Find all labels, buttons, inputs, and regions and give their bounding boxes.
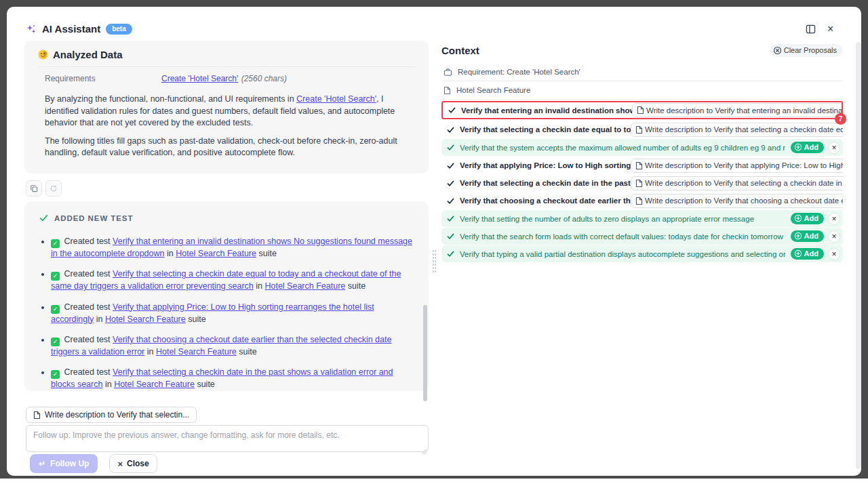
highlight-annotation: Verify that entering an invalid destinat… [441, 101, 843, 119]
check-icon [448, 106, 456, 114]
proposal-row-accepted: Verify that setting the number of adults… [441, 210, 843, 227]
check-emoji: ✓ [51, 239, 60, 248]
requirements-label: Requirements [45, 74, 161, 83]
check-icon [447, 232, 454, 240]
proposal-title: Verify that selecting a checkin date equ… [460, 125, 631, 134]
panel-toggle-icon[interactable] [806, 24, 816, 34]
clear-proposals-button[interactable]: Clear Proposals [770, 44, 843, 57]
proposal-row: Verify that entering an invalid destinat… [443, 102, 842, 118]
left-scrollbar-thumb[interactable] [423, 305, 427, 401]
proposal-title: Verify that selecting a checkin date in … [460, 179, 631, 187]
dismiss-icon[interactable]: × [828, 142, 840, 154]
analysis-paragraph-1: By analyzing the functional, non-functio… [45, 94, 408, 129]
requirement-link-inline[interactable]: Create 'Hotel Search' [296, 94, 376, 104]
check-emoji: ✓ [51, 338, 60, 346]
suite-link[interactable]: Hotel Search Feature [156, 347, 237, 357]
write-description-chip[interactable]: Write description to Verify that selecti… [631, 123, 843, 137]
proposal-row: Verify that selecting a checkin date equ… [441, 121, 843, 138]
resize-handle[interactable] [421, 445, 427, 451]
analyzed-data-heading: Analyzed Data [38, 49, 415, 60]
follow-up-button[interactable]: ↵ Follow Up [30, 454, 98, 473]
close-icon: × [117, 460, 123, 468]
check-icon [39, 214, 48, 222]
sparkles-icon [26, 24, 37, 35]
dismiss-icon[interactable]: × [828, 213, 840, 225]
proposal-title: Verify that applying Price: Low to High … [460, 161, 631, 169]
add-button[interactable]: Add [791, 142, 824, 153]
dismiss-icon[interactable]: × [828, 230, 840, 243]
char-count: (2560 chars) [239, 74, 287, 83]
file-icon [635, 197, 643, 205]
write-description-chip[interactable]: Write description to Verify that choosin… [631, 194, 843, 208]
context-panel: Context Clear Proposals Requirement: Cre… [441, 42, 843, 263]
add-button[interactable]: Add [791, 230, 824, 242]
suite-link[interactable]: Hotel Search Feature [264, 281, 345, 291]
proposal-row-accepted: Verify that the system accepts the maxim… [441, 139, 843, 156]
dismiss-icon[interactable]: × [828, 248, 840, 260]
proposal-row-accepted: Verify that the search form loads with c… [441, 228, 843, 245]
context-feature-row[interactable]: Hotel Search Feature [441, 81, 843, 100]
suite-link[interactable]: Hotel Search Feature [176, 249, 256, 258]
proposal-row: Verify that selecting a checkin date in … [441, 174, 843, 192]
analyzed-data-card: Analyzed Data Requirements Create 'Hotel… [24, 41, 429, 174]
proposal-row-accepted: Verify that typing a valid partial desti… [441, 245, 843, 262]
check-icon [447, 197, 454, 205]
write-description-chip[interactable]: Write description to Verify that enterin… [632, 103, 842, 117]
circle-plus-icon [794, 143, 802, 151]
copy-icon[interactable] [26, 180, 42, 197]
proposal-row: Verify that applying Price: Low to High … [441, 157, 843, 174]
close-icon[interactable]: × [827, 24, 833, 35]
panel-header: AI Assistant beta [26, 23, 132, 35]
requirement-link[interactable]: Create 'Hotel Search' [161, 74, 238, 83]
list-item: ✓ Created test Verify that selecting a c… [51, 367, 419, 390]
analysis-paragraph-2: The following titles fill gaps such as p… [45, 136, 408, 159]
file-icon [635, 179, 643, 188]
write-description-chip[interactable]: Write description to Verify that applyin… [631, 159, 843, 173]
suite-link[interactable]: Hotel Search Feature [105, 314, 186, 324]
close-button[interactable]: × Close [109, 454, 157, 473]
check-icon [447, 215, 454, 222]
context-title: Context [441, 45, 479, 56]
requirements-row: Requirements Create 'Hotel Search' (2560… [38, 66, 415, 87]
briefcase-icon [443, 68, 452, 77]
suite-link[interactable]: Hotel Search Feature [114, 380, 195, 389]
file-icon [637, 106, 644, 115]
file-icon [443, 86, 451, 95]
proposal-title: Verify that choosing a checkout date ear… [460, 197, 631, 205]
added-new-test-card: ADDED NEW TEST ✓ Created test Verify tha… [24, 201, 429, 391]
write-description-chip[interactable]: Write description to Verify that selecti… [26, 407, 197, 423]
circle-plus-icon [794, 214, 802, 222]
follow-up-input[interactable] [26, 425, 429, 452]
proposal-row: Verify that choosing a checkout date ear… [441, 192, 843, 209]
check-emoji: ✓ [51, 272, 60, 281]
check-emoji: ✓ [51, 370, 60, 379]
check-icon [447, 180, 454, 187]
file-icon [635, 125, 643, 134]
message-actions [26, 180, 62, 197]
add-button[interactable]: Add [791, 213, 824, 224]
proposals-list: Verify that entering an invalid destinat… [441, 101, 843, 262]
check-icon [447, 126, 454, 134]
right-scrollbar[interactable] [856, 42, 861, 469]
file-icon [635, 161, 643, 170]
ai-assistant-panel: AI Assistant beta × Analyzed Data Requir… [7, 7, 861, 476]
add-button[interactable]: Add [791, 248, 824, 260]
write-description-chip[interactable]: Write description to Verify that selecti… [631, 176, 843, 190]
refresh-icon[interactable] [45, 180, 62, 197]
circle-plus-icon [794, 249, 802, 258]
list-item: ✓ Created test Verify that selecting a c… [51, 268, 419, 292]
beta-badge: beta [106, 24, 132, 35]
created-tests-list: ✓ Created test Verify that entering an i… [39, 236, 419, 390]
circle-x-icon [773, 46, 782, 55]
panel-resize-handle[interactable] [432, 249, 437, 274]
circle-plus-icon [794, 232, 802, 240]
proposal-title: Verify that entering an invalid destinat… [461, 106, 632, 115]
added-new-test-heading: ADDED NEW TEST [39, 214, 419, 222]
proposal-title: Verify that setting the number of adults… [460, 215, 785, 223]
proposal-title: Verify that typing a valid partial desti… [460, 250, 785, 258]
annotation-badge: 7 [835, 113, 846, 125]
list-item: ✓ Created test Verify that entering an i… [51, 236, 419, 260]
check-emoji: ✓ [51, 305, 60, 314]
context-requirement-row[interactable]: Requirement: Create 'Hotel Search' [441, 63, 843, 81]
nerd-face-emoji [38, 49, 48, 60]
